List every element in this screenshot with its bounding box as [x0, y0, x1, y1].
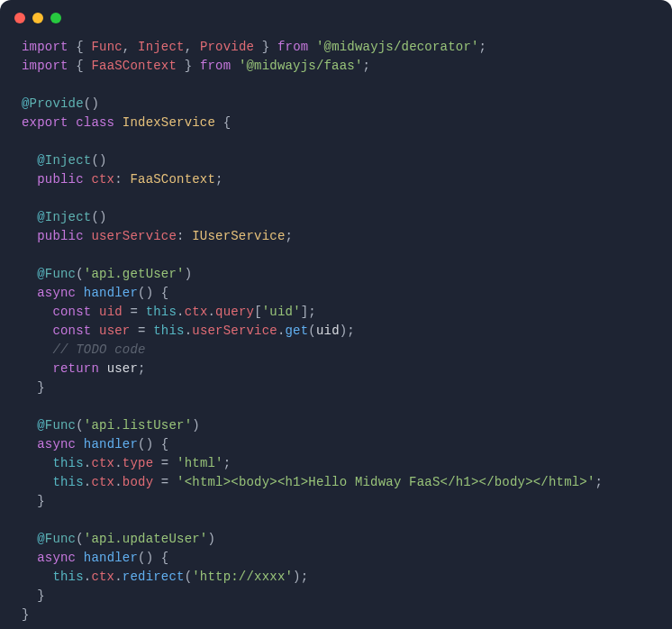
- zoom-icon[interactable]: [50, 13, 61, 23]
- code-line: async handler() {: [22, 286, 168, 300]
- prop-ctx: ctx: [91, 456, 114, 470]
- code-window: import { Func, Inject, Provide } from '@…: [0, 0, 672, 629]
- method-handler: handler: [84, 551, 138, 565]
- code-line: }: [22, 494, 45, 508]
- code-line: import { FaaSContext } from '@midwayjs/f…: [22, 59, 370, 73]
- keyword-public: public: [37, 172, 84, 187]
- prop-ctx: ctx: [91, 475, 114, 489]
- string-literal: 'api.updateUser': [84, 532, 208, 546]
- keyword-async: async: [37, 437, 76, 451]
- prop-type: type: [123, 456, 153, 470]
- code-line: public userService: IUserService;: [22, 229, 293, 243]
- keyword-this: this: [52, 475, 83, 489]
- prop-ctx: ctx: [91, 570, 114, 584]
- decorator-inject: Inject: [45, 153, 92, 168]
- code-line: public ctx: FaaSContext;: [22, 172, 223, 187]
- decorator-func: Func: [45, 532, 76, 546]
- prop-userservice: userService: [91, 229, 177, 243]
- decorator-provide: Provide: [30, 96, 84, 111]
- prop-body: body: [123, 475, 153, 489]
- var-user: user: [107, 361, 138, 376]
- keyword-this: this: [153, 324, 184, 338]
- keyword-const: const: [52, 305, 91, 319]
- keyword-class: class: [76, 115, 114, 130]
- code-line: @Func('api.updateUser'): [22, 532, 215, 546]
- code-line: this.ctx.redirect('http://xxxx');: [22, 570, 308, 584]
- keyword-async: async: [37, 551, 76, 565]
- keyword-this: this: [146, 305, 177, 319]
- ident-faascontext: FaaSContext: [91, 59, 177, 73]
- code-line: const user = this.userService.get(uid);: [22, 324, 355, 338]
- code-line: // TODO code: [22, 342, 146, 357]
- prop-ctx: ctx: [91, 172, 114, 187]
- keyword-from: from: [200, 59, 231, 73]
- method-handler: handler: [84, 286, 138, 300]
- string-literal: '<html><body><h1>Hello Midway FaaS</h1><…: [177, 475, 595, 489]
- string-literal: 'http://xxxx': [192, 570, 293, 584]
- code-line: import { Func, Inject, Provide } from '@…: [22, 40, 486, 54]
- ident-provide: Provide: [200, 40, 254, 54]
- string-literal: 'api.listUser': [84, 418, 192, 433]
- comment-todo: // TODO code: [52, 342, 145, 357]
- arg-uid: uid: [316, 324, 340, 338]
- string-literal: 'uid': [262, 305, 301, 319]
- ident-inject: Inject: [138, 40, 185, 54]
- code-line: }: [22, 380, 45, 395]
- prop-query: query: [215, 305, 254, 319]
- minimize-icon[interactable]: [32, 13, 43, 23]
- code-line: }: [22, 588, 45, 603]
- decorator-inject: Inject: [45, 210, 92, 224]
- code-editor: import { Func, Inject, Provide } from '@…: [0, 31, 672, 629]
- method-get: get: [286, 324, 309, 338]
- method-handler: handler: [84, 437, 138, 451]
- prop-userservice: userService: [192, 324, 277, 338]
- string-literal: '@midwayjs/faas': [239, 59, 363, 73]
- keyword-this: this: [52, 570, 83, 584]
- code-line: export class IndexService {: [22, 115, 231, 130]
- keyword-export: export: [22, 115, 68, 130]
- var-uid: uid: [99, 305, 123, 319]
- code-line: this.ctx.body = '<html><body><h1>Hello M…: [22, 475, 603, 489]
- code-line: const uid = this.ctx.query['uid'];: [22, 305, 316, 319]
- code-line: async handler() {: [22, 437, 168, 451]
- code-line: @Inject(): [22, 153, 107, 168]
- code-line: @Inject(): [22, 210, 107, 224]
- keyword-public: public: [37, 229, 84, 243]
- keyword-import: import: [22, 59, 68, 73]
- decorator-func: Func: [45, 267, 76, 281]
- type-iuserservice: IUserService: [192, 229, 285, 243]
- var-user: user: [99, 324, 130, 338]
- keyword-this: this: [52, 456, 83, 470]
- code-line: @Provide(): [22, 96, 99, 111]
- string-literal: 'api.getUser': [84, 267, 185, 281]
- prop-ctx: ctx: [185, 305, 208, 319]
- keyword-const: const: [52, 324, 91, 338]
- code-line: @Func('api.listUser'): [22, 418, 200, 433]
- keyword-from: from: [277, 40, 308, 54]
- decorator-func: Func: [45, 418, 76, 433]
- code-line: @Func('api.getUser'): [22, 267, 192, 281]
- code-line: return user;: [22, 361, 146, 376]
- ident-func: Func: [91, 40, 122, 54]
- code-line: async handler() {: [22, 551, 168, 565]
- method-redirect: redirect: [123, 570, 185, 584]
- string-literal: '@midwayjs/decorator': [316, 40, 479, 54]
- keyword-async: async: [37, 286, 76, 300]
- code-line: }: [22, 607, 30, 622]
- code-line: this.ctx.type = 'html';: [22, 456, 231, 470]
- class-name: IndexService: [123, 115, 215, 130]
- keyword-return: return: [52, 361, 99, 376]
- type-faascontext: FaaSContext: [130, 172, 215, 187]
- string-literal: 'html': [177, 456, 223, 470]
- keyword-import: import: [22, 40, 68, 54]
- close-icon[interactable]: [14, 13, 25, 23]
- window-titlebar: [0, 0, 672, 31]
